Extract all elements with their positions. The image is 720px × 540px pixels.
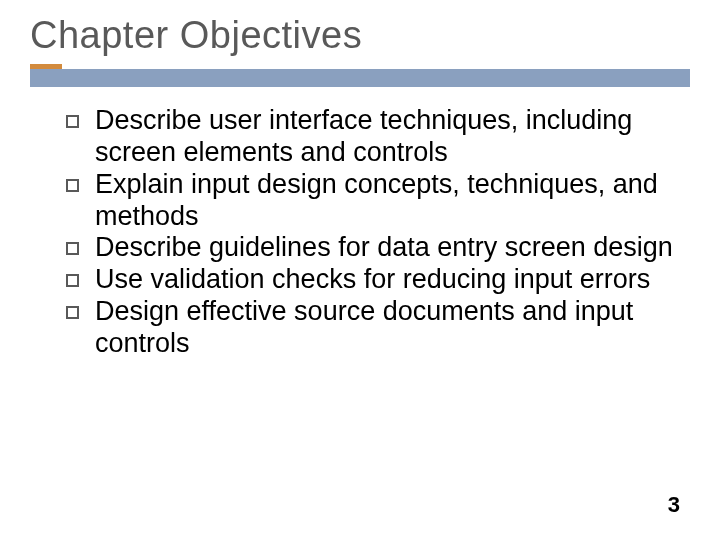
square-bullet-icon [66, 179, 79, 192]
slide-container: Chapter Objectives Describe user interfa… [0, 0, 720, 540]
list-item: Design effective source documents and in… [66, 296, 680, 360]
page-number: 3 [668, 492, 680, 518]
objective-text: Describe user interface techniques, incl… [95, 105, 680, 169]
square-bullet-icon [66, 242, 79, 255]
page-title: Chapter Objectives [30, 14, 690, 57]
objective-text: Design effective source documents and in… [95, 296, 680, 360]
list-item: Describe guidelines for data entry scree… [66, 232, 680, 264]
objectives-list: Describe user interface techniques, incl… [30, 105, 690, 360]
list-item: Use validation checks for reducing input… [66, 264, 680, 296]
square-bullet-icon [66, 115, 79, 128]
square-bullet-icon [66, 274, 79, 287]
objective-text: Explain input design concepts, technique… [95, 169, 680, 233]
objective-text: Describe guidelines for data entry scree… [95, 232, 673, 264]
objective-text: Use validation checks for reducing input… [95, 264, 650, 296]
accent-bar [30, 69, 690, 87]
square-bullet-icon [66, 306, 79, 319]
list-item: Explain input design concepts, technique… [66, 169, 680, 233]
list-item: Describe user interface techniques, incl… [66, 105, 680, 169]
